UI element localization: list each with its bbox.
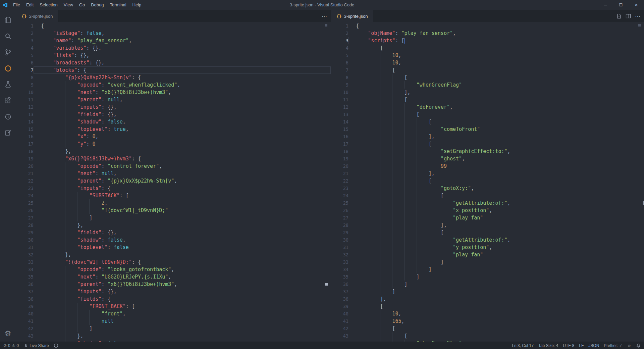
extensions-icon[interactable] [0,93,16,109]
code-line-17[interactable]: 17"y": 0 [16,140,331,148]
code-line-8[interactable]: 8[ [331,74,644,81]
tab-3-sprite-json[interactable]: {} 3-sprite.json [331,10,373,22]
code-line-32[interactable]: 32"play fan" [331,251,644,258]
code-line-14[interactable]: 14[ [331,118,644,126]
language-mode[interactable]: JSON [588,343,599,348]
code-line-26[interactable]: 26"!(dovc^W1|_tD9vnN}D;" [16,207,331,214]
code-line-15[interactable]: 15"topLevel": true, [16,126,331,133]
code-line-25[interactable]: 25"getAttribute:of:", [331,199,644,207]
code-line-16[interactable]: 16"x": 0, [16,133,331,140]
code-line-1[interactable]: 1{ [331,22,644,30]
code-line-13[interactable]: 13"fields": {}, [16,111,331,118]
code-line-3[interactable]: 3"scripts": [ [331,37,644,44]
code-line-7[interactable]: 7"blocks": { [16,66,331,74]
code-line-28[interactable]: 28], [331,221,644,229]
code-line-28[interactable]: 28}, [16,221,331,229]
status-circle-button[interactable] [54,343,58,348]
history-icon[interactable] [0,109,16,125]
explorer-icon[interactable] [0,12,16,28]
code-line-21[interactable]: 21"next": null, [16,170,331,177]
code-line-27[interactable]: 27] [16,214,331,221]
menu-edit[interactable]: Edit [23,0,37,10]
code-line-29[interactable]: 29"fields": {}, [16,229,331,236]
code-line-10[interactable]: 10], [331,89,644,96]
settings-gear-icon[interactable]: ⚙ [0,326,16,342]
code-line-26[interactable]: 26"x position", [331,207,644,214]
code-line-12[interactable]: 12"doForever", [331,103,644,111]
code-line-2[interactable]: 2"objName": "play_fan_sensor", [331,30,644,37]
code-line-10[interactable]: 10"next": "x6(}?Q6i8iJ3bw+)hvm3", [16,89,331,96]
open-preview-icon[interactable] [616,13,622,19]
code-line-30[interactable]: 30"shadow": false, [16,236,331,244]
code-line-20[interactable]: 20"opcode": "control_forever", [16,162,331,170]
edit-icon[interactable] [0,125,16,141]
code-line-6[interactable]: 610, [331,59,644,66]
menu-file[interactable]: File [10,0,23,10]
code-line-12[interactable]: 12"inputs": {}, [16,103,331,111]
globe-icon[interactable] [0,60,16,77]
code-line-33[interactable]: 33] [331,258,644,266]
code-line-35[interactable]: 35] [331,273,644,281]
code-line-5[interactable]: 5"lists": {}, [16,52,331,59]
eol-setting[interactable]: LF [579,343,584,348]
code-line-38[interactable]: 38"fields": { [16,295,331,303]
code-line-32[interactable]: 32}, [16,251,331,258]
code-line-19[interactable]: 19"ghost", [331,155,644,162]
search-icon[interactable] [0,28,16,44]
menu-terminal[interactable]: Terminal [107,0,129,10]
more-actions-icon[interactable]: ⋯ [635,13,641,19]
code-line-19[interactable]: 19"x6(}?Q6i8iJ3bw+)hvm3": { [16,155,331,162]
code-line-15[interactable]: 15"comeToFront" [331,126,644,133]
code-line-14[interactable]: 14"shadow": false, [16,118,331,126]
code-line-22[interactable]: 22[ [331,177,644,185]
code-line-3[interactable]: 3"name": "play_fan_sensor", [16,37,331,44]
feedback-smiley-icon[interactable]: ☺ [627,343,631,348]
code-line-1[interactable]: 1{ [16,22,331,30]
code-line-5[interactable]: 510, [331,52,644,59]
code-line-39[interactable]: 39[ [331,303,644,310]
editor-right[interactable]: 1{2"objName": "play_fan_sensor",3"script… [331,22,644,342]
code-line-23[interactable]: 23"inputs": { [16,185,331,192]
code-line-36[interactable]: 36"parent": "x6(}?Q6i8iJ3bw+)hvm3", [16,281,331,288]
code-line-8[interactable]: 8"{p}x}QxX$p22h%-Stn[v": { [16,74,331,81]
maximize-button[interactable]: ☐ [613,0,629,10]
code-line-23[interactable]: 23"gotoX:y:", [331,185,644,192]
notifications-bell-icon[interactable] [636,343,641,348]
code-line-35[interactable]: 35"next": "UGG2O}LRJePY,{s.I1Xu", [16,273,331,281]
code-line-11[interactable]: 11[ [331,96,644,103]
tab-2-sprite-json[interactable]: {} 2-sprite.json [16,10,58,22]
menu-debug[interactable]: Debug [88,0,107,10]
code-line-9[interactable]: 9"opcode": "event_whenflagclicked", [16,81,331,89]
menu-go[interactable]: Go [76,0,88,10]
code-line-20[interactable]: 2099 [331,162,644,170]
code-line-4[interactable]: 4[ [331,44,644,52]
menu-help[interactable]: Help [129,0,145,10]
code-line-38[interactable]: 38], [331,295,644,303]
code-line-21[interactable]: 21], [331,170,644,177]
code-line-31[interactable]: 31"y position", [331,244,644,251]
minimize-button[interactable]: ─ [598,0,613,10]
code-line-17[interactable]: 17[ [331,140,644,148]
code-line-18[interactable]: 18}, [16,148,331,155]
code-line-43[interactable]: 43[ [331,332,644,340]
code-line-36[interactable]: 36] [331,281,644,288]
code-line-24[interactable]: 24"SUBSTACK": [ [16,192,331,199]
split-editor-icon[interactable] [626,13,631,19]
encoding-setting[interactable]: UTF-8 [563,343,574,348]
code-line-30[interactable]: 30"getAttribute:of:", [331,236,644,244]
code-line-25[interactable]: 252, [16,199,331,207]
code-line-37[interactable]: 37] [331,288,644,295]
cursor-position[interactable]: Ln 3, Col 17 [512,343,534,348]
code-line-16[interactable]: 16], [331,133,644,140]
code-line-29[interactable]: 29[ [331,229,644,236]
code-line-44[interactable]: 44"shadow": false, [16,340,331,342]
code-line-33[interactable]: 33"!(dovc^W1|_tD9vnN}D;": { [16,258,331,266]
menu-view[interactable]: View [61,0,76,10]
code-line-44[interactable]: 44"whenGreenFlag" [331,340,644,342]
code-line-40[interactable]: 40"front", [16,310,331,317]
code-line-40[interactable]: 4010, [331,310,644,317]
code-line-6[interactable]: 6"broadcasts": {}, [16,59,331,66]
code-line-2[interactable]: 2"isStage": false, [16,30,331,37]
test-beaker-icon[interactable] [0,77,16,93]
code-line-7[interactable]: 7[ [331,66,644,74]
